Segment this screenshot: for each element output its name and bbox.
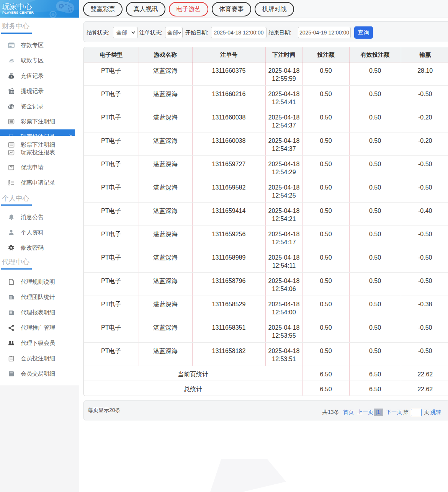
svg-text:¥: ¥ [10,75,12,78]
